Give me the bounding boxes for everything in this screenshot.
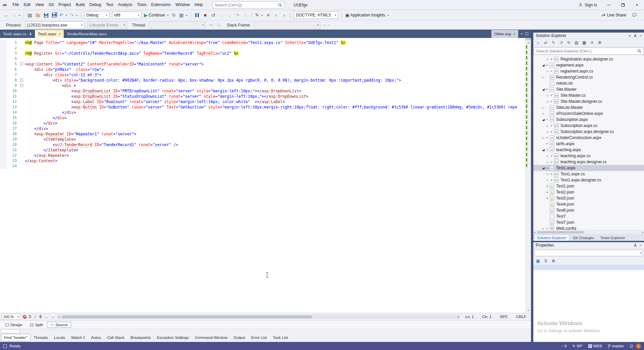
outline-margin[interactable]: - (19, 83, 25, 88)
outline-margin[interactable] (19, 104, 25, 110)
collapsed-icon[interactable]: ▷ (546, 155, 550, 158)
tree-item[interactable]: ▷✓Site.Master.cs (533, 92, 644, 98)
zoom-combo[interactable]: 100 % ▾ (2, 314, 20, 320)
glyph-margin[interactable] (0, 104, 7, 110)
sign-in-button[interactable]: Sign in (574, 0, 602, 10)
code-text[interactable]: <div > (25, 83, 525, 88)
panel-tab-git-changes[interactable]: Git Changes (570, 235, 597, 241)
expanded-icon[interactable]: ◢ (541, 166, 545, 170)
document-list-dropdown-icon[interactable]: ▾ (521, 32, 523, 36)
doctype-combo[interactable]: DOCTYPE: HTML5▾ (294, 11, 338, 19)
glyph-margin[interactable] (0, 78, 7, 83)
se-show-all-files-icon[interactable]: ▦ (581, 40, 588, 46)
quick-search-input[interactable] (215, 3, 278, 7)
outline-margin[interactable] (19, 40, 25, 45)
pin-icon[interactable] (634, 34, 637, 37)
tree-item[interactable]: Test4.json (533, 201, 644, 207)
tree-item[interactable]: ▷+Test1.aspx.cs (533, 171, 644, 177)
branch-button[interactable]: master (608, 344, 624, 348)
menu-item-file[interactable]: File (10, 0, 21, 10)
background-tasks-icon[interactable] (3, 344, 7, 348)
tree-item[interactable]: ▷+Test1.aspx.designer.cs (533, 177, 644, 183)
outline-margin[interactable] (19, 115, 25, 121)
glyph-margin[interactable] (0, 115, 7, 121)
open-file-icon[interactable] (34, 11, 42, 19)
outline-margin[interactable] (19, 94, 25, 99)
tree-item[interactable]: ◢✓Site.Master (533, 86, 644, 92)
tool-window-tab[interactable]: Watch 1 (68, 334, 88, 341)
outline-margin[interactable]: - (19, 61, 25, 67)
code-text[interactable]: </div> (25, 121, 525, 126)
code-text[interactable]: </div> (25, 115, 525, 121)
tool-window-tab[interactable]: Find "header" (1, 334, 31, 341)
collapsed-icon[interactable]: ▷ (546, 179, 550, 182)
collapsed-icon[interactable]: ▷ (546, 58, 550, 61)
menu-item-extensions[interactable]: Extensions (149, 0, 173, 10)
glyph-margin[interactable] (0, 56, 7, 61)
se-nest-files-icon[interactable]: ▤ (573, 40, 580, 46)
collapsed-icon[interactable]: ▷ (546, 124, 550, 127)
tool-window-tab[interactable]: Task List (270, 334, 290, 341)
restore-button[interactable] (616, 0, 630, 10)
panel-tab-solution-explorer[interactable]: Solution Explorer (534, 234, 570, 241)
se-refresh-icon[interactable]: ↻ (566, 40, 572, 46)
solution-search-box[interactable] (534, 47, 644, 55)
scroll-right-icon[interactable]: ▸ (458, 315, 459, 318)
collapsed-icon[interactable]: ▷ (546, 100, 550, 103)
code-text[interactable]: <asp:Repeater ID="Repeater1" runat="serv… (25, 131, 525, 137)
code-text[interactable]: <asp:Button ID="GoButton" runat="server"… (25, 104, 525, 110)
scroll-down-icon[interactable]: ▼ (526, 309, 531, 312)
code-text[interactable]: <%@ Page Title="" Language="C#" MasterPa… (25, 40, 525, 45)
thread-navigation-icon[interactable]: ⇅ (215, 21, 223, 29)
solution-configurations-combo[interactable]: Debug▾ (85, 11, 109, 19)
outline-margin[interactable] (19, 51, 25, 56)
glyph-margin[interactable] (0, 99, 7, 104)
pin-icon[interactable] (29, 32, 32, 36)
live-share-button[interactable]: Live Share (600, 11, 627, 19)
glyph-margin[interactable] (0, 142, 7, 147)
menu-item-project[interactable]: Project (56, 0, 73, 10)
tree-item[interactable]: ◢✓teaching.aspx (533, 147, 644, 153)
menu-item-analyze[interactable]: Analyze (116, 0, 135, 10)
code-text[interactable]: </div> (25, 126, 525, 131)
document-tab[interactable]: Test1.aspx.cs (0, 30, 35, 38)
expanded-icon[interactable]: ◢ (541, 118, 545, 121)
redo-icon[interactable]: ↷▾ (69, 11, 78, 19)
code-editor[interactable]: 1<%@ Page Title="" Language="C#" MasterP… (0, 38, 531, 313)
code-text[interactable]: <asp:Label ID="RowCount" runat="server" … (25, 99, 525, 104)
preview-tab[interactable]: Other.svg × (491, 30, 519, 38)
menu-item-debug[interactable]: Debug (87, 0, 103, 10)
tree-item[interactable]: Test7.json (533, 219, 644, 225)
collapsed-icon[interactable]: ▷ (541, 227, 545, 230)
feedback-button[interactable] (631, 11, 638, 19)
new-file-icon[interactable]: ▤ (26, 11, 34, 19)
close-button[interactable]: × (630, 0, 644, 10)
code-text[interactable]: <div id="pnMain" class="row"> (25, 67, 525, 72)
editor-horizontal-scrollbar[interactable]: ◂ ▸ (57, 315, 460, 319)
save-icon[interactable] (42, 11, 50, 19)
panel-splitter[interactable] (531, 30, 533, 342)
restart-app-icon[interactable]: ↻ (170, 11, 177, 19)
stack-frame-options-icon[interactable]: ≡▾ (322, 21, 330, 29)
show-next-statement-icon[interactable]: → (218, 11, 225, 19)
expanded-icon[interactable]: ◢ (541, 63, 545, 67)
outline-margin[interactable] (19, 45, 25, 51)
properties-alphabetical-icon[interactable]: ⇅ (542, 258, 549, 264)
tree-item[interactable]: ▷+Registration.aspx.designer.cs (533, 56, 644, 62)
error-count-icon[interactable] (23, 315, 26, 319)
se-properties-icon[interactable]: ⚙ (596, 40, 603, 46)
tree-item[interactable]: Test6.json (533, 207, 644, 213)
se-switch-views-icon[interactable]: ⇄ (542, 40, 549, 46)
tree-horizontal-scrollbar[interactable]: ◂ ▸ (533, 230, 644, 234)
document-tab[interactable]: TenderRecordAsp.ascx (64, 30, 110, 38)
properties-categorized-icon[interactable]: ▦ (535, 258, 541, 264)
outline-margin[interactable] (19, 153, 25, 158)
menu-item-view[interactable]: View (33, 0, 46, 10)
glyph-margin[interactable] (0, 61, 7, 67)
outline-margin[interactable] (19, 131, 25, 137)
glyph-margin[interactable] (0, 131, 7, 137)
tree-item[interactable]: ✓tarifs.aspx (533, 141, 644, 147)
glyph-margin[interactable] (0, 94, 7, 99)
close-tab-icon[interactable]: × (59, 32, 61, 36)
glyph-margin[interactable] (0, 153, 7, 158)
